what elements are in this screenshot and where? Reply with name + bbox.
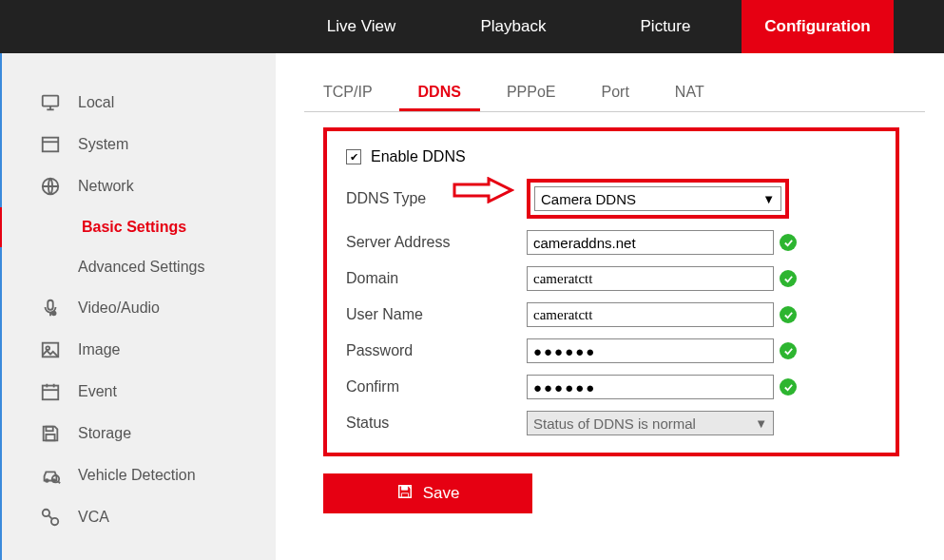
svg-point-24 [43, 510, 49, 516]
username-row: User Name [346, 302, 873, 327]
confirm-label: Confirm [346, 378, 527, 396]
password-input[interactable] [527, 338, 774, 363]
sidebar-label: Event [78, 383, 117, 400]
sidebar-item-video-audio[interactable]: Video/Audio [2, 287, 276, 329]
ddns-type-highlight: Camera DDNS ▼ [527, 179, 789, 219]
svg-point-25 [51, 518, 58, 525]
status-select[interactable]: Status of DDNS is normal ▼ [527, 411, 774, 435]
svg-point-10 [46, 346, 49, 350]
tab-bar: TCP/IP DDNS PPPoE Port NAT [304, 76, 925, 112]
nav-picture[interactable]: Picture [589, 0, 742, 53]
sidebar-label: Basic Settings [82, 219, 186, 236]
sidebar-item-vca[interactable]: VCA [2, 496, 276, 538]
svg-line-23 [58, 481, 60, 483]
sidebar-label: Advanced Settings [78, 259, 204, 276]
image-icon [40, 339, 61, 360]
sidebar-sub-advanced-settings[interactable]: Advanced Settings [2, 247, 276, 287]
calendar-icon [40, 381, 61, 402]
valid-icon [780, 234, 797, 251]
link-icon [40, 507, 61, 528]
svg-rect-0 [43, 96, 59, 106]
username-label: User Name [346, 306, 527, 323]
main-region: Local System Network Basic Settings Adva… [0, 53, 944, 560]
sidebar-item-local[interactable]: Local [2, 82, 276, 124]
sidebar-item-system[interactable]: System [2, 124, 276, 165]
enable-ddns-label: Enable DDNS [371, 148, 466, 165]
sidebar-item-vehicle-detection[interactable]: Vehicle Detection [2, 454, 276, 496]
valid-icon [780, 306, 797, 323]
sidebar-label: Vehicle Detection [78, 467, 196, 484]
arrow-annotation-icon [453, 177, 514, 203]
top-navigation: Live View Playback Picture Configuration [0, 0, 944, 53]
domain-label: Domain [346, 270, 527, 287]
svg-rect-6 [48, 300, 53, 310]
sidebar-label: Video/Audio [78, 299, 160, 317]
sidebar-label: Storage [78, 425, 131, 442]
sidebar-item-network[interactable]: Network [2, 165, 276, 207]
tab-ddns[interactable]: DDNS [399, 76, 480, 111]
enable-ddns-row: ✔ Enable DDNS [346, 148, 873, 165]
server-address-input[interactable] [527, 230, 774, 255]
nav-live-view[interactable]: Live View [285, 0, 437, 53]
server-address-row: Server Address [346, 230, 873, 255]
sidebar-label: Local [78, 94, 114, 111]
password-row: Password [346, 338, 873, 363]
domain-input[interactable] [527, 266, 774, 291]
sidebar-label: VCA [78, 509, 109, 526]
sidebar-label: System [78, 136, 128, 153]
valid-icon [780, 270, 797, 287]
sidebar-label: Network [78, 178, 134, 195]
svg-rect-19 [46, 434, 54, 440]
save-button[interactable]: Save [323, 473, 532, 513]
chevron-down-icon: ▼ [762, 192, 775, 206]
window-icon [40, 134, 61, 155]
valid-icon [780, 342, 797, 359]
topbar-spacer [0, 0, 285, 53]
svg-rect-18 [46, 427, 52, 432]
confirm-row: Confirm [346, 375, 873, 399]
chevron-down-icon: ▼ [755, 416, 767, 431]
confirm-input[interactable] [527, 375, 774, 399]
ddns-form-highlight: ✔ Enable DDNS DDNS Type Camera DDNS ▼ [323, 127, 899, 456]
check-icon: ✔ [350, 152, 358, 163]
svg-rect-3 [43, 138, 59, 152]
domain-row: Domain [346, 266, 873, 291]
tab-tcpip[interactable]: TCP/IP [304, 76, 392, 111]
svg-line-26 [48, 515, 52, 519]
tab-pppoe[interactable]: PPPoE [488, 76, 575, 111]
server-address-label: Server Address [346, 234, 527, 251]
ddns-type-select[interactable]: Camera DDNS ▼ [534, 186, 781, 211]
valid-icon [780, 378, 797, 396]
sidebar-sub-basic-settings[interactable]: Basic Settings [0, 207, 276, 247]
monitor-icon [40, 92, 61, 113]
globe-icon [40, 176, 61, 197]
password-label: Password [346, 342, 527, 359]
status-row: Status Status of DDNS is normal ▼ [346, 411, 873, 435]
sidebar: Local System Network Basic Settings Adva… [0, 53, 276, 560]
status-label: Status [346, 415, 527, 432]
content-area: TCP/IP DDNS PPPoE Port NAT ✔ Enable DDNS… [276, 53, 944, 560]
sidebar-item-image[interactable]: Image [2, 329, 276, 371]
svg-rect-11 [43, 386, 59, 400]
microphone-icon [40, 298, 61, 319]
enable-ddns-checkbox[interactable]: ✔ [346, 149, 361, 164]
sidebar-item-storage[interactable]: Storage [2, 413, 276, 454]
sidebar-item-event[interactable]: Event [2, 371, 276, 413]
save-icon [40, 423, 61, 444]
tab-nat[interactable]: NAT [656, 76, 723, 111]
tab-port[interactable]: Port [583, 76, 648, 111]
status-value: Status of DDNS is normal [533, 415, 696, 432]
car-icon [40, 465, 61, 486]
nav-playback[interactable]: Playback [437, 0, 589, 53]
svg-point-8 [51, 311, 56, 317]
ddns-type-row: DDNS Type Camera DDNS ▼ [346, 179, 873, 219]
sidebar-label: Image [78, 341, 120, 358]
ddns-type-value: Camera DDNS [541, 191, 636, 207]
save-disk-icon [396, 483, 414, 505]
username-input[interactable] [527, 302, 774, 327]
nav-configuration[interactable]: Configuration [742, 0, 894, 53]
save-label: Save [423, 484, 460, 503]
